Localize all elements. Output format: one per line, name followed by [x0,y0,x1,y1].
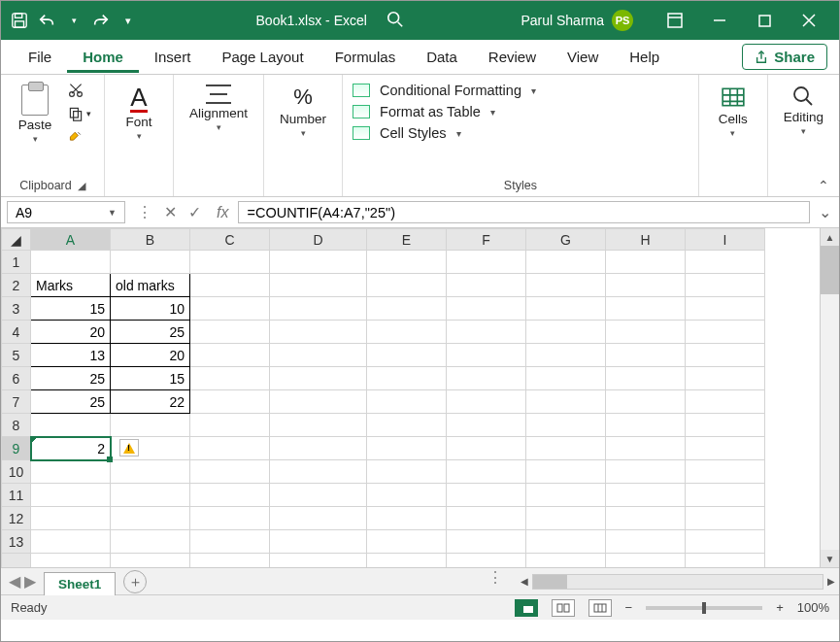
col-header[interactable]: E [367,229,447,251]
search-icon[interactable] [386,11,404,31]
expand-formula-bar-icon[interactable]: ⌄ [816,197,833,227]
tab-help[interactable]: Help [614,41,675,73]
format-as-table-button[interactable]: Format as Table▾ [353,104,536,119]
view-page-layout-button[interactable] [552,599,575,617]
cells-button[interactable]: Cells ▾ [709,81,757,142]
cell[interactable]: Marks [31,274,110,296]
new-sheet-button[interactable]: ＋ [123,570,147,593]
row-header[interactable]: 4 [2,321,31,344]
scroll-left-icon[interactable]: ◀ [521,576,528,587]
scrollbar-thumb[interactable] [533,575,567,589]
row-header[interactable]: 13 [2,530,31,554]
row-header[interactable]: 6 [2,367,31,390]
cell[interactable]: 22 [111,390,189,413]
tab-insert[interactable]: Insert [139,41,207,73]
cell[interactable]: 25 [31,367,110,389]
view-page-break-button[interactable] [588,599,612,617]
share-button[interactable]: Share [742,44,827,70]
undo-dropdown-icon[interactable]: ▾ [63,10,84,31]
cell[interactable]: 15 [31,297,110,320]
enter-formula-icon[interactable]: ✓ [188,203,201,221]
spreadsheet-grid[interactable]: ◢ A B C D E F G H I 1 2 Marks old marks … [1,228,839,567]
fx-icon[interactable]: fx [213,204,232,221]
col-header[interactable]: H [606,229,686,251]
row-header[interactable]: 12 [2,507,31,530]
row-header[interactable]: 2 [2,274,31,297]
autosave-icon[interactable] [9,10,30,31]
row-header[interactable]: 11 [2,484,31,507]
user-account[interactable]: Parul Sharma PS [521,10,633,31]
cut-button[interactable] [65,81,94,100]
col-header[interactable]: F [447,229,526,251]
row-header[interactable]: 10 [2,460,31,484]
row-header[interactable]: 7 [2,390,31,414]
format-painter-button[interactable] [65,127,94,147]
copy-button[interactable]: ▾ [65,104,94,123]
dialog-launcher-icon[interactable]: ◢ [78,180,85,192]
scroll-right-icon[interactable]: ▶ [827,576,835,587]
cell[interactable]: 20 [31,321,110,343]
row-header[interactable]: 1 [2,251,31,274]
maximize-icon[interactable] [742,1,787,40]
tab-view[interactable]: View [552,41,614,73]
sheet-nav-next-icon[interactable]: ▶ [24,572,36,591]
col-header[interactable]: G [526,229,606,251]
chevron-down-icon[interactable]: ▼ [108,208,117,218]
undo-icon[interactable] [36,10,57,31]
cancel-formula-icon[interactable]: ✕ [164,203,177,221]
tab-file[interactable]: File [13,41,67,73]
tab-review[interactable]: Review [473,41,552,73]
cell[interactable]: 15 [111,367,189,389]
tab-formulas[interactable]: Formulas [319,41,412,73]
vertical-scrollbar[interactable]: ▲ ▼ [820,228,839,567]
redo-icon[interactable] [90,10,112,31]
horizontal-scrollbar[interactable]: ◀ ▶ [509,568,839,594]
close-icon[interactable] [787,1,831,40]
col-header[interactable]: C [190,229,270,251]
cell[interactable]: 25 [31,390,110,413]
cell-styles-button[interactable]: Cell Styles▾ [353,125,536,141]
formula-input[interactable]: =COUNTIF(A4:A7,"25") [238,201,810,223]
minimize-icon[interactable] [697,1,742,40]
cell-selected[interactable]: 2 [31,437,110,459]
conditional-formatting-button[interactable]: Conditional Formatting▾ [353,83,536,98]
font-button[interactable]: A Font ▾ [115,81,163,145]
cell[interactable]: 20 [111,344,189,366]
row-header[interactable]: 5 [2,344,31,367]
tab-home[interactable]: Home [67,41,139,73]
name-box[interactable]: A9 ▼ [7,201,125,223]
tab-data[interactable]: Data [411,41,473,73]
row-header[interactable]: 8 [2,414,31,437]
zoom-thumb[interactable] [702,602,706,614]
zoom-level[interactable]: 100% [797,600,829,615]
scrollbar-thumb[interactable] [821,246,839,294]
zoom-slider[interactable] [646,606,762,610]
scroll-up-icon[interactable]: ▲ [821,228,839,246]
row-header[interactable]: 3 [2,297,31,321]
tab-page-layout[interactable]: Page Layout [206,41,319,73]
cell[interactable]: old marks [111,274,189,296]
col-header[interactable]: B [111,229,190,251]
select-all-corner[interactable]: ◢ [2,229,31,251]
zoom-out-button[interactable]: − [625,600,633,615]
col-header[interactable]: A [31,229,111,251]
col-header[interactable]: D [270,229,367,251]
row-header[interactable]: 9 [2,437,31,460]
number-button[interactable]: % Number ▾ [274,81,332,142]
collapse-ribbon-icon[interactable]: ⌃ [818,178,829,193]
qat-customize-icon[interactable]: ▾ [118,10,139,31]
error-trace-button[interactable] [119,439,139,456]
scroll-down-icon[interactable]: ▼ [821,550,839,567]
zoom-in-button[interactable]: + [776,600,784,615]
row-header[interactable] [2,554,31,568]
cell[interactable]: 25 [111,321,189,343]
cell[interactable]: 10 [111,297,189,320]
alignment-button[interactable]: Alignment ▾ [184,81,253,136]
view-normal-button[interactable] [515,599,538,617]
paste-button[interactable]: Paste ▾ [11,81,59,148]
sheet-nav-prev-icon[interactable]: ◀ [9,572,20,591]
cell[interactable]: 13 [31,344,110,366]
ribbon-display-icon[interactable] [653,1,697,40]
editing-button[interactable]: Editing ▾ [778,81,829,140]
sheet-tab[interactable]: Sheet1 [44,572,116,595]
